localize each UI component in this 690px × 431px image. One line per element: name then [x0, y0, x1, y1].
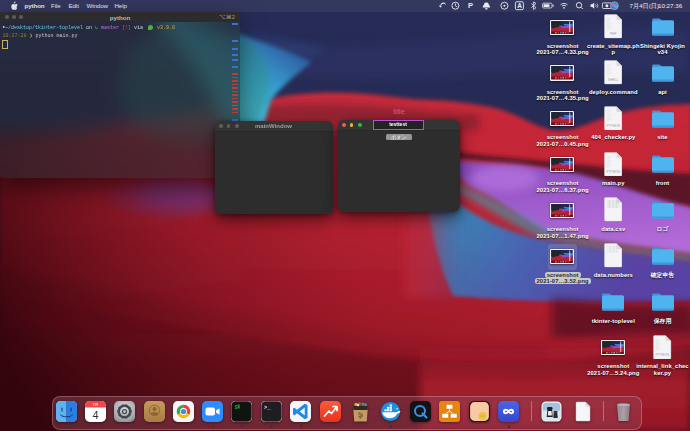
svg-text:PYTHON: PYTHON — [656, 353, 670, 357]
svg-text:PYTHON: PYTHON — [607, 170, 621, 174]
svg-text:$: $ — [235, 404, 238, 410]
svg-text:PYTHON: PYTHON — [607, 124, 621, 128]
svg-text:P: P — [468, 1, 473, 10]
svg-text:10:27:36: 10:27:36 — [658, 2, 683, 9]
svg-text:7月4日(日): 7月4日(日) — [630, 2, 660, 10]
svg-text:PHP: PHP — [610, 32, 617, 36]
svg-text:7月: 7月 — [92, 401, 98, 406]
svg-text:A: A — [517, 2, 522, 9]
svg-text:SHELL: SHELL — [608, 78, 618, 82]
svg-text:>_: >_ — [264, 404, 271, 411]
svg-text:4: 4 — [92, 408, 98, 420]
